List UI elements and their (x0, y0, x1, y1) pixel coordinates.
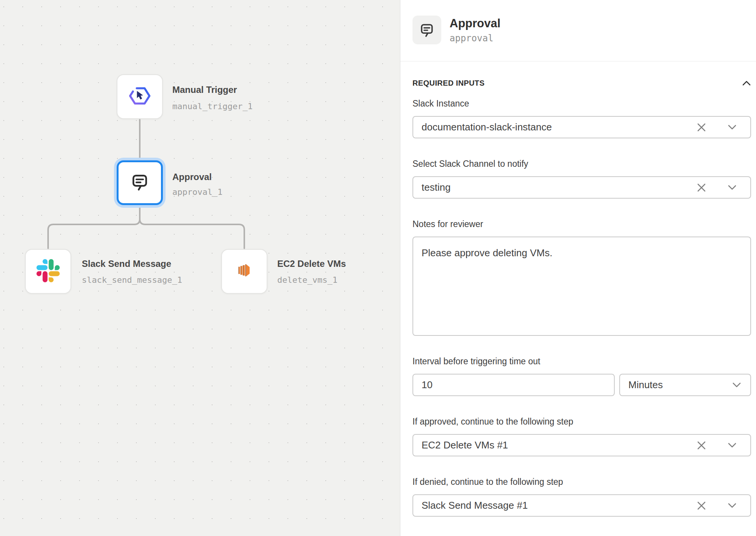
if-denied-step-select[interactable]: Slack Send Message #1 (412, 494, 751, 517)
step-config-panel: Approval approval REQUIRED INPUTS Slack … (400, 0, 756, 536)
slack-channel-select[interactable]: testing (412, 176, 751, 199)
chevron-down-icon[interactable] (728, 442, 737, 448)
node-id: slack_send_message_1 (82, 275, 182, 285)
slack-instance-select[interactable]: documentation-slack-instance (412, 116, 751, 138)
panel-title: Approval (450, 16, 500, 31)
chevron-down-icon[interactable] (728, 185, 737, 190)
edge-approval-to-slack (48, 206, 140, 248)
slack-channel-value: testing (413, 182, 697, 193)
approval-icon (412, 16, 441, 44)
node-ec2-delete-vms[interactable] (221, 249, 267, 294)
panel-body: REQUIRED INPUTS Slack Instance documenta… (400, 61, 756, 517)
field-label: Interval before triggering time out (412, 356, 751, 367)
node-id: approval_1 (172, 187, 222, 197)
panel-header: Approval approval (400, 0, 756, 61)
field-label: If approved, continue to the following s… (412, 416, 751, 427)
ec2-icon (232, 258, 257, 285)
node-approval[interactable] (117, 160, 163, 205)
slack-icon (36, 259, 60, 284)
interval-unit-value: Minutes (620, 379, 732, 391)
clear-icon[interactable] (697, 122, 706, 132)
node-slack-send-message[interactable] (25, 249, 71, 294)
node-id: manual_trigger_1 (172, 101, 253, 112)
field-label: If denied, continue to the following ste… (412, 476, 751, 487)
node-title: Manual Trigger (172, 84, 237, 96)
interval-value-input[interactable]: 10 (412, 374, 615, 396)
chevron-down-icon[interactable] (728, 503, 737, 508)
field-label: Select Slack Channel to notify (412, 158, 751, 169)
clear-icon[interactable] (697, 501, 706, 511)
node-title: EC2 Delete VMs (277, 258, 346, 270)
if-approved-value: EC2 Delete VMs #1 (413, 439, 697, 451)
clear-icon[interactable] (697, 440, 706, 450)
field-label: Notes for reviewer (412, 218, 751, 230)
chevron-up-icon[interactable] (742, 80, 751, 86)
required-inputs-section-header[interactable]: REQUIRED INPUTS (412, 77, 751, 89)
chevron-down-icon[interactable] (728, 124, 737, 130)
manual-trigger-icon (127, 83, 153, 110)
chevron-down-icon[interactable] (732, 382, 741, 388)
node-manual-trigger[interactable] (117, 74, 163, 119)
notes-textarea[interactable]: Please approve deleting VMs. (412, 237, 751, 336)
node-title: Slack Send Message (82, 258, 171, 270)
slack-instance-value: documentation-slack-instance (413, 121, 697, 133)
workflow-canvas[interactable]: Manual Trigger manual_trigger_1 Approval… (0, 0, 400, 536)
approval-icon (130, 172, 150, 194)
clear-icon[interactable] (697, 183, 706, 193)
if-approved-step-select[interactable]: EC2 Delete VMs #1 (412, 434, 751, 456)
section-title: REQUIRED INPUTS (412, 79, 484, 88)
panel-subtitle: approval (450, 33, 500, 44)
node-title: Approval (172, 171, 212, 183)
if-denied-value: Slack Send Message #1 (413, 500, 697, 511)
interval-value: 10 (413, 379, 614, 391)
field-label: Slack Instance (412, 98, 751, 109)
interval-unit-select[interactable]: Minutes (619, 374, 751, 396)
edge-approval-to-ec2 (140, 206, 244, 248)
node-id: delete_vms_1 (277, 275, 337, 285)
